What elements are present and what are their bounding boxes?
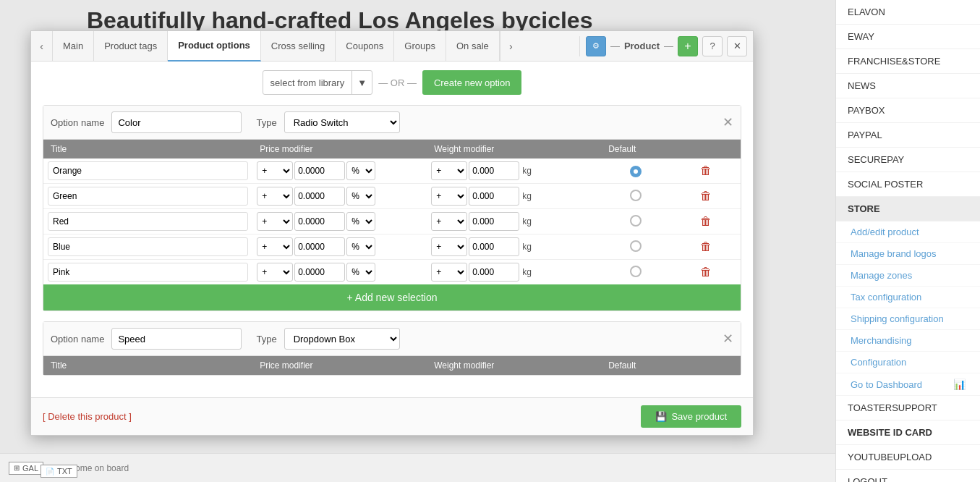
sidebar-sub-configuration[interactable]: Configuration bbox=[836, 352, 980, 373]
radio-default-0[interactable] bbox=[630, 166, 642, 177]
row-title-input-4[interactable] bbox=[48, 263, 248, 282]
sidebar-sub-dashboard[interactable]: Go to Dashboard 📊 bbox=[836, 373, 980, 396]
tab-main[interactable]: Main bbox=[53, 31, 94, 62]
weight-sign-select-3[interactable]: + - bbox=[431, 237, 467, 256]
price-unit-select-1[interactable]: % $ bbox=[346, 187, 375, 206]
select-library-label: select from library bbox=[263, 77, 352, 88]
option-table-speed: Title Price modifier Weight modifier Def… bbox=[43, 356, 741, 375]
radio-default-2[interactable] bbox=[630, 215, 642, 227]
row-title-input-2[interactable] bbox=[48, 212, 248, 231]
add-btn[interactable]: + bbox=[678, 36, 698, 56]
delete-row-btn-3[interactable]: 🗑 bbox=[700, 240, 712, 253]
delete-product-link[interactable]: [ Delete this product ] bbox=[43, 411, 132, 422]
sidebar-item-toaster[interactable]: TOASTERSUPPORT bbox=[836, 396, 980, 420]
tab-scroll-right[interactable]: › bbox=[500, 31, 521, 62]
add-selection-btn-color[interactable]: + Add new selection bbox=[43, 284, 741, 310]
tab-product-options[interactable]: Product options bbox=[168, 31, 261, 62]
sidebar-item-securepay[interactable]: SECUREPAY bbox=[836, 148, 980, 172]
type-select-speed[interactable]: Radio Switch Dropdown Box Checkbox Text … bbox=[284, 328, 400, 350]
sidebar-sub-tax[interactable]: Tax configuration bbox=[836, 287, 980, 308]
price-sign-select-1[interactable]: + - bbox=[257, 187, 293, 206]
weight-sign-select-2[interactable]: + - bbox=[431, 212, 467, 231]
price-value-input-0[interactable] bbox=[294, 161, 345, 180]
weight-value-input-4[interactable] bbox=[469, 263, 519, 282]
close-option-color[interactable]: ✕ bbox=[723, 116, 733, 129]
select-library-dropdown[interactable]: select from library ▼ bbox=[263, 70, 373, 95]
sidebar-item-paybox[interactable]: PAYBOX bbox=[836, 98, 980, 123]
price-value-input-1[interactable] bbox=[294, 187, 345, 206]
sidebar-item-franchise[interactable]: FRANCHISE&STORE bbox=[836, 49, 980, 74]
radio-default-4[interactable] bbox=[630, 266, 642, 277]
weight-sign-select-0[interactable]: + - bbox=[431, 161, 467, 180]
tab-on-sale[interactable]: On sale bbox=[446, 31, 500, 62]
option-block-color: Option name Type Radio Switch Dropdown B… bbox=[43, 105, 741, 311]
col-header-weight-1: Weight modifier bbox=[427, 140, 601, 158]
sidebar-item-news[interactable]: NEWS bbox=[836, 74, 980, 98]
option-name-input-speed[interactable] bbox=[111, 328, 242, 350]
tab-scroll-left[interactable]: ‹ bbox=[31, 31, 53, 62]
sidebar-item-logout[interactable]: LOGOUT bbox=[836, 470, 980, 482]
tab-product-tags[interactable]: Product tags bbox=[94, 31, 168, 62]
price-value-input-3[interactable] bbox=[294, 237, 345, 256]
price-unit-select-4[interactable]: % $ bbox=[346, 263, 375, 282]
modal-body: select from library ▼ — OR — Create new … bbox=[31, 62, 753, 397]
save-product-button[interactable]: 💾 Save product bbox=[641, 405, 741, 428]
price-sign-select-3[interactable]: + - bbox=[257, 237, 293, 256]
row-title-input-0[interactable] bbox=[48, 161, 248, 180]
type-select-color[interactable]: Radio Switch Dropdown Box Checkbox Text … bbox=[284, 111, 400, 133]
create-new-option-button[interactable]: Create new option bbox=[422, 70, 522, 95]
price-value-input-4[interactable] bbox=[294, 263, 345, 282]
price-unit-select-0[interactable]: % $ bbox=[346, 161, 375, 180]
weight-sign-select-1[interactable]: + - bbox=[431, 187, 467, 206]
sidebar-sub-merchandising[interactable]: Merchandising bbox=[836, 330, 980, 352]
tab-groups[interactable]: Groups bbox=[394, 31, 446, 62]
modal-footer: [ Delete this product ] 💾 Save product bbox=[31, 397, 753, 435]
gal-badge[interactable]: ⊞ GAL bbox=[9, 462, 43, 475]
weight-value-input-2[interactable] bbox=[469, 212, 519, 231]
tab-coupons[interactable]: Coupons bbox=[336, 31, 394, 62]
col-header-delete-1 bbox=[671, 140, 741, 158]
close-option-speed[interactable]: ✕ bbox=[723, 332, 733, 345]
txt-badge[interactable]: 📄 TXT bbox=[41, 465, 77, 478]
radio-default-1[interactable] bbox=[630, 190, 642, 201]
tab-cross-selling[interactable]: Cross selling bbox=[261, 31, 336, 62]
sidebar-item-elavon[interactable]: ELAVON bbox=[836, 0, 980, 25]
price-sign-select-0[interactable]: + - bbox=[257, 161, 293, 180]
delete-row-btn-4[interactable]: 🗑 bbox=[700, 266, 712, 279]
close-btn[interactable]: ✕ bbox=[727, 36, 747, 56]
sidebar-item-social-poster[interactable]: SOCIAL POSTER bbox=[836, 172, 980, 197]
sidebar-sub-zones[interactable]: Manage zones bbox=[836, 265, 980, 287]
txt-label: TXT bbox=[57, 467, 72, 475]
sidebar-item-eway[interactable]: EWAY bbox=[836, 25, 980, 49]
help-btn[interactable]: ? bbox=[702, 36, 723, 56]
sidebar-sub-brand-logos[interactable]: Manage brand logos bbox=[836, 243, 980, 265]
sidebar-item-paypal[interactable]: PAYPAL bbox=[836, 123, 980, 148]
price-unit-select-2[interactable]: % $ bbox=[346, 212, 375, 231]
select-library-arrow[interactable]: ▼ bbox=[351, 70, 372, 95]
weight-value-input-1[interactable] bbox=[469, 187, 519, 206]
or-separator: — OR — bbox=[378, 77, 417, 88]
sidebar-item-youtube[interactable]: YOUTUBEUPLOAD bbox=[836, 445, 980, 470]
sidebar-sub-add-edit[interactable]: Add/edit product bbox=[836, 221, 980, 243]
gal-icon: ⊞ bbox=[14, 464, 20, 472]
price-value-input-2[interactable] bbox=[294, 212, 345, 231]
price-unit-select-3[interactable]: % $ bbox=[346, 237, 375, 256]
sidebar-item-website-id[interactable]: WEBSITE ID CARD bbox=[836, 420, 980, 445]
toolbar-icon-btn[interactable]: ⚙ bbox=[586, 36, 606, 56]
option-name-input-color[interactable] bbox=[111, 111, 242, 133]
price-sign-select-4[interactable]: + - bbox=[257, 263, 293, 282]
delete-row-btn-0[interactable]: 🗑 bbox=[700, 164, 712, 177]
row-title-input-1[interactable] bbox=[48, 187, 248, 206]
radio-default-3[interactable] bbox=[630, 240, 642, 252]
sidebar-item-store[interactable]: STORE bbox=[836, 197, 980, 221]
weight-value-input-3[interactable] bbox=[469, 237, 519, 256]
weight-sign-select-4[interactable]: + - bbox=[431, 263, 467, 282]
delete-row-btn-1[interactable]: 🗑 bbox=[700, 190, 712, 203]
delete-row-btn-2[interactable]: 🗑 bbox=[700, 215, 712, 228]
table-row: + - % $ + - kg bbox=[43, 234, 741, 260]
row-title-input-3[interactable] bbox=[48, 237, 248, 256]
txt-icon: 📄 bbox=[46, 468, 54, 475]
weight-value-input-0[interactable] bbox=[469, 161, 519, 180]
price-sign-select-2[interactable]: + - bbox=[257, 212, 293, 231]
sidebar-sub-shipping[interactable]: Shipping configuration bbox=[836, 308, 980, 330]
